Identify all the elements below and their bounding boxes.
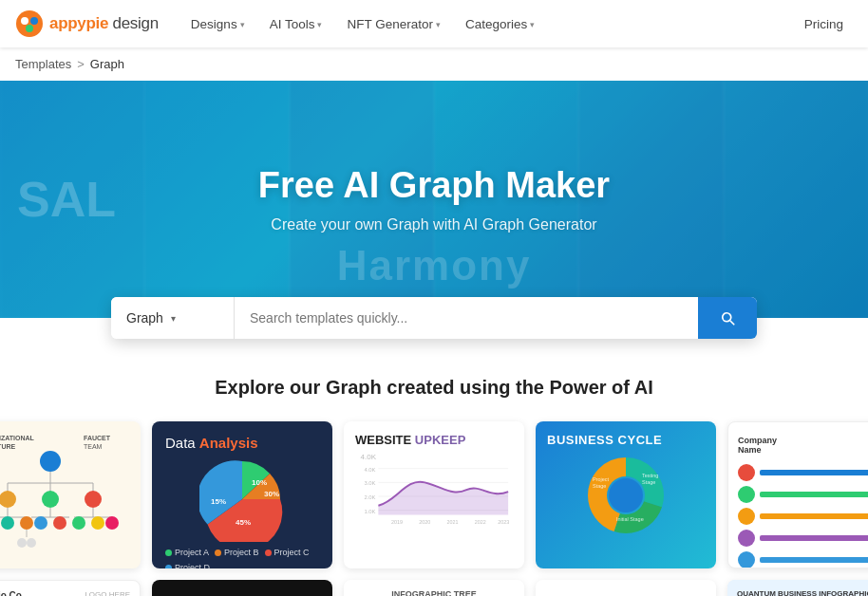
quantum-title: QUANTUM BUSINESS INFOGRAPHICS: [737, 589, 868, 596]
svg-text:Stage: Stage: [642, 479, 655, 485]
template-card-business-cycle[interactable]: BUSINESS CYCLE: [536, 421, 716, 568]
svg-text:Project: Project: [593, 476, 610, 482]
explore-title-suffix: created using the Power of AI: [382, 377, 653, 398]
infographic-tree-title: INFOGRAPHIC TREE: [353, 589, 515, 596]
nav-item-nft[interactable]: NFT Generator ▾: [337, 11, 450, 37]
svg-point-16: [85, 491, 102, 508]
pie-legend: Project A Project B Project C Project D: [165, 548, 319, 568]
chevron-down-icon: ▾: [317, 20, 322, 29]
nav-label-designs: Designs: [191, 17, 237, 31]
svg-text:10%: 10%: [252, 478, 267, 487]
svg-point-1: [21, 17, 28, 25]
svg-point-27: [53, 516, 66, 530]
chevron-down-icon: ▾: [240, 20, 245, 29]
hero-content: Free AI Graph Maker Create your own Grap…: [258, 165, 610, 233]
svg-text:2022: 2022: [475, 519, 486, 525]
template-card-org-chart[interactable]: ORGANIZATIONAL STRUCTURE FAUCET TEAM: [0, 421, 141, 568]
explore-section: Explore our Graph created using the Powe…: [0, 339, 868, 596]
explore-title-prefix: Explore our: [215, 377, 326, 398]
svg-point-14: [0, 491, 16, 508]
search-category-label: Graph: [126, 310, 163, 326]
template-card-data-analysis[interactable]: Data Analysis: [152, 421, 332, 568]
svg-text:STRUCTURE: STRUCTURE: [0, 443, 15, 450]
biz-title: BUSINESS CYCLE: [547, 433, 705, 447]
svg-point-15: [42, 491, 59, 508]
svg-text:2021: 2021: [447, 519, 459, 525]
svg-text:2020: 2020: [419, 519, 430, 525]
svg-point-57: [609, 478, 643, 512]
company-title: CompanyName: [738, 436, 777, 455]
nav-item-categories[interactable]: Categories ▾: [456, 11, 544, 37]
breadcrumb-current: Graph: [90, 57, 124, 71]
hero-subtitle: Create your own Graph with AI Graph Gene…: [258, 216, 610, 233]
nav-item-ai-tools[interactable]: AI Tools ▾: [260, 11, 332, 37]
hero-section: SAL Harmony Free AI Graph Maker Create y…: [0, 81, 868, 318]
svg-text:2.0K: 2.0K: [364, 494, 375, 500]
org-chart-svg: ORGANIZATIONAL STRUCTURE FAUCET TEAM: [0, 431, 131, 559]
svg-text:4.0K: 4.0K: [364, 467, 375, 473]
data-analysis-title: Data Analysis: [165, 435, 319, 451]
svg-text:45%: 45%: [236, 518, 251, 527]
svg-point-29: [91, 516, 104, 530]
logo-icon: [15, 9, 44, 38]
nav-label-ai-tools: AI Tools: [270, 17, 315, 31]
svg-text:30%: 30%: [264, 490, 279, 498]
svg-point-26: [34, 516, 47, 530]
svg-text:FAUCET: FAUCET: [84, 435, 111, 441]
pie-chart-svg: 10% 30% 45% 15%: [199, 456, 285, 542]
rimbrio-logo-label: LOGO HERE: [85, 590, 130, 596]
breadcrumb-parent[interactable]: Templates: [15, 57, 71, 71]
logo-name-part2: design: [108, 14, 159, 32]
svg-point-28: [72, 516, 85, 530]
svg-text:15%: 15%: [211, 497, 226, 506]
svg-point-0: [16, 10, 43, 37]
svg-text:3.0K: 3.0K: [364, 480, 375, 486]
svg-text:Testing: Testing: [642, 473, 658, 478]
nav-label-nft: NFT Generator: [347, 17, 433, 31]
nav-label-pricing: Pricing: [804, 17, 843, 31]
upkeep-title: WEBSITE UPKEEP: [355, 433, 513, 447]
svg-text:Stage: Stage: [593, 483, 606, 489]
svg-point-36: [27, 538, 36, 548]
template-card-mobile-visitors[interactable]: MOBILE Visitors: [152, 580, 332, 596]
explore-title-keyword: Graph: [326, 377, 382, 398]
hero-title: Free AI Graph Maker: [258, 165, 610, 207]
navbar: appypie design Designs ▾ AI Tools ▾ NFT …: [0, 0, 868, 47]
svg-text:2019: 2019: [391, 519, 403, 525]
svg-point-24: [1, 516, 14, 530]
donut-chart-svg: Project Stage Testing Stage Initial Stag…: [583, 453, 669, 538]
svg-point-3: [26, 25, 33, 32]
svg-point-35: [17, 538, 27, 548]
breadcrumb: Templates > Graph: [0, 47, 868, 81]
template-card-income[interactable]: INCOME: [536, 580, 716, 596]
svg-text:TEAM: TEAM: [84, 443, 103, 450]
svg-point-25: [20, 516, 33, 530]
search-box: Graph ▾: [111, 297, 757, 339]
template-card-company[interactable]: CompanyName: [727, 421, 868, 568]
rimbrio-title: Rimbrio.Co: [0, 590, 22, 596]
chevron-down-icon: ▾: [530, 20, 535, 29]
chevron-down-icon: ▾: [436, 20, 441, 29]
logo[interactable]: appypie design: [15, 9, 159, 38]
chevron-down-icon: ▾: [171, 313, 176, 324]
template-card-website-upkeep[interactable]: WEBSITE UPKEEP 4.0K 4.0K 3.0K 2.0K: [344, 421, 524, 568]
template-card-infographic-tree[interactable]: INFOGRAPHIC TREE 🌿 05 03 07: [344, 580, 524, 596]
template-card-quantum[interactable]: QUANTUM BUSINESS INFOGRAPHICS 65% 80%: [727, 580, 868, 596]
nav-item-pricing[interactable]: Pricing: [795, 11, 853, 37]
search-input[interactable]: [235, 297, 698, 339]
svg-point-8: [40, 451, 61, 472]
search-section: Graph ▾: [111, 297, 757, 339]
logo-text: appypie design: [49, 14, 159, 33]
area-chart-svg: 4.0K 3.0K 2.0K 1.0K 2019 2020 2021 2022 …: [355, 463, 513, 530]
svg-point-30: [105, 516, 119, 530]
search-button[interactable]: [698, 297, 757, 339]
svg-text:2023: 2023: [498, 519, 509, 525]
search-category-dropdown[interactable]: Graph ▾: [111, 297, 235, 339]
template-card-rimbrio[interactable]: Rimbrio.Co LOGO HERE: [0, 580, 141, 596]
nav-links: Designs ▾ AI Tools ▾ NFT Generator ▾ Cat…: [181, 11, 853, 37]
nav-label-categories: Categories: [465, 17, 527, 31]
search-icon: [719, 309, 736, 326]
svg-text:Initial Stage: Initial Stage: [616, 516, 644, 522]
svg-point-2: [30, 17, 38, 25]
nav-item-designs[interactable]: Designs ▾: [181, 11, 255, 37]
